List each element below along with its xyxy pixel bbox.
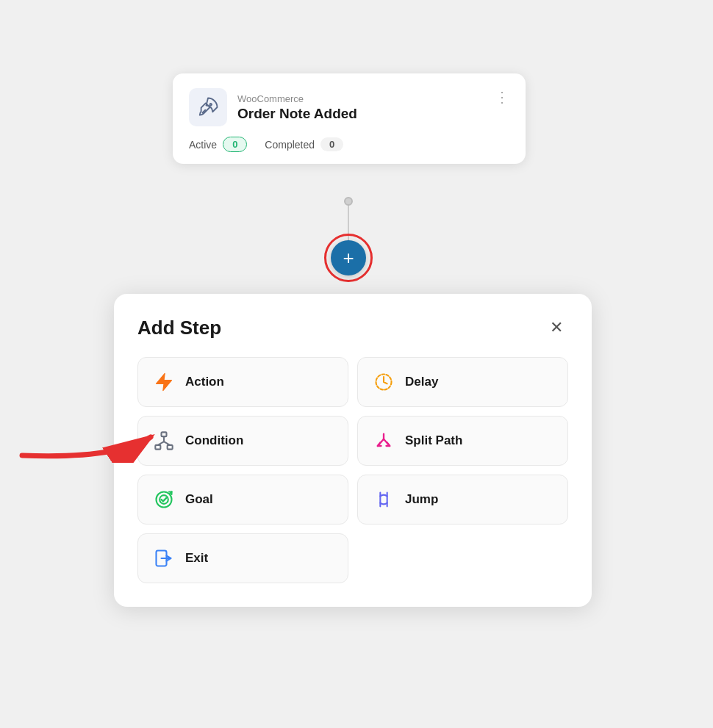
goal-icon bbox=[151, 487, 176, 512]
delay-icon bbox=[371, 370, 396, 394]
step-item-goal[interactable]: Goal bbox=[137, 475, 348, 525]
panel-title: Add Step bbox=[137, 317, 221, 339]
step-item-action[interactable]: Action bbox=[137, 357, 348, 407]
plus-ring: + bbox=[324, 234, 373, 282]
exit-label: Exit bbox=[185, 551, 208, 566]
add-step-button-container: + bbox=[324, 234, 373, 282]
step-item-condition[interactable]: Condition bbox=[137, 416, 348, 466]
action-label: Action bbox=[185, 375, 224, 389]
add-step-panel: Add Step ✕ Action bbox=[114, 294, 592, 607]
active-label: Active bbox=[189, 139, 217, 151]
plus-icon: + bbox=[343, 248, 354, 267]
exit-icon bbox=[151, 546, 176, 571]
svg-line-10 bbox=[164, 442, 170, 445]
step-grid: Action Delay bbox=[137, 357, 568, 583]
goal-label: Goal bbox=[185, 492, 213, 507]
svg-point-0 bbox=[210, 104, 212, 106]
step-item-split-path[interactable]: Split Path bbox=[357, 416, 568, 466]
arrow-pointer bbox=[15, 404, 162, 466]
condition-label: Condition bbox=[185, 433, 243, 448]
trigger-subtitle: WooCommerce bbox=[237, 93, 357, 104]
add-step-button[interactable]: + bbox=[331, 240, 366, 275]
jump-label: Jump bbox=[405, 492, 438, 507]
delay-label: Delay bbox=[405, 375, 438, 389]
trigger-icon bbox=[189, 88, 227, 126]
completed-label: Completed bbox=[265, 139, 315, 151]
split-path-label: Split Path bbox=[405, 433, 462, 448]
jump-icon bbox=[371, 487, 396, 512]
step-item-exit[interactable]: Exit bbox=[137, 533, 348, 583]
close-button[interactable]: ✕ bbox=[545, 316, 568, 339]
trigger-title: Order Note Added bbox=[237, 106, 357, 122]
svg-marker-3 bbox=[157, 373, 172, 390]
split-path-icon bbox=[371, 428, 396, 453]
connector-dot bbox=[344, 197, 353, 206]
trigger-menu-button[interactable]: ⋮ bbox=[495, 88, 509, 104]
action-icon bbox=[151, 370, 176, 394]
trigger-card: WooCommerce Order Note Added ⋮ Active 0 … bbox=[173, 73, 526, 164]
step-item-delay[interactable]: Delay bbox=[357, 357, 568, 407]
canvas: WooCommerce Order Note Added ⋮ Active 0 … bbox=[0, 0, 713, 728]
active-badge: 0 bbox=[223, 137, 247, 152]
completed-badge: 0 bbox=[320, 137, 343, 151]
step-item-jump[interactable]: Jump bbox=[357, 475, 568, 525]
